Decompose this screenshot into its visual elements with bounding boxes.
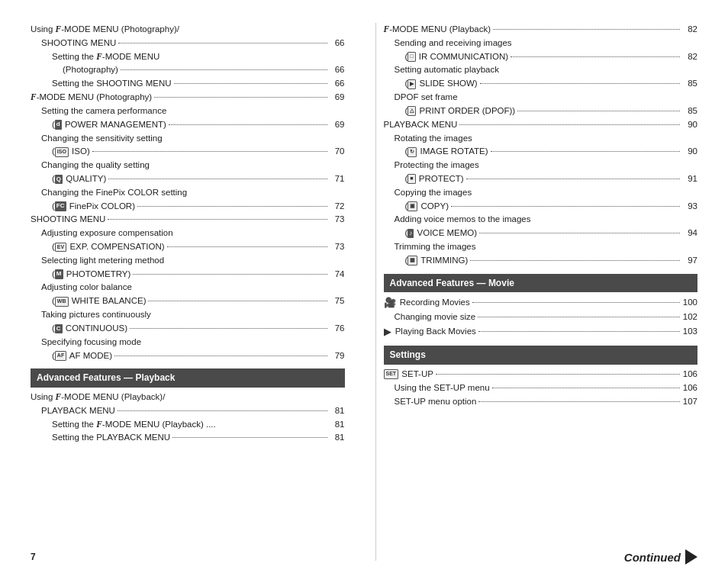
page-num: 66 [330, 37, 345, 50]
toc-label: ▶ Playing Back Movies [384, 324, 476, 339]
page-num: 73 [330, 240, 345, 254]
dot-leader [478, 401, 680, 402]
toc-finepix-label: Changing the FinePix COLOR setting [31, 186, 345, 200]
play-icon: ▶ [384, 324, 391, 339]
ir-icon: □ [407, 52, 415, 62]
page-num: 82 [682, 23, 697, 37]
dot-leader [517, 111, 680, 111]
toc-wb: (WB WHITE BALANCE) 75 [31, 294, 345, 308]
toc-copy: (▣ COPY) 93 [384, 200, 698, 214]
dot-leader [148, 301, 327, 301]
toc-protect: (■ PROTECT) 91 [384, 172, 698, 186]
page-num: 85 [682, 77, 697, 91]
toc-fmode-69: F-MODE MENU (Photography) 69 [31, 91, 345, 105]
page-num: 93 [682, 200, 697, 214]
page-num: 85 [682, 105, 697, 118]
toc-rotate: (↻ IMAGE ROTATE) 90 [384, 145, 698, 159]
section-header-settings: Settings [384, 346, 698, 365]
left-column: Using F-MODE MENU (Photography)/ SHOOTIN… [31, 23, 353, 561]
toc-label: (▶ SLIDE SHOW) [405, 77, 478, 91]
metering-icon: M [55, 269, 63, 278]
rotate-icon: ↻ [407, 147, 417, 157]
toc-label: (d POWER MANAGEMENT) [52, 118, 166, 132]
dot-leader [466, 179, 680, 179]
copy-icon: ▣ [407, 201, 417, 211]
toc-label: (M PHOTOMETRY) [52, 268, 130, 282]
dot-leader [479, 233, 680, 233]
section-header-playback: Advanced Features — Playback [31, 368, 345, 388]
toc-af: (AF AF MODE) 79 [31, 349, 345, 363]
page-num: 82 [682, 50, 697, 64]
continued-section: Continued [624, 549, 697, 565]
toc-quality: (Q QUALITY) 71 [31, 172, 345, 186]
toc-quality-label: Changing the quality setting [31, 159, 345, 172]
dot-leader [133, 274, 327, 275]
toc-trim: (▦ TRIMMING) 97 [384, 254, 698, 268]
page-num: 90 [682, 145, 697, 159]
dot-leader [451, 206, 680, 207]
toc-ir-comm: (□ IR COMMUNICATION) 82 [384, 50, 698, 64]
page-num: 90 [682, 118, 697, 132]
toc-movie-size: Changing movie size 102 [384, 311, 698, 324]
toc-label: (EV EXP. COMPENSATION) [52, 240, 165, 254]
toc-iso: (ISO ISO) 70 [31, 145, 345, 159]
page-number: 7 [31, 552, 36, 562]
toc-label: SHOOTING MENU [31, 213, 105, 227]
right-column: F-MODE MENU (Playback) 82 Sending and re… [375, 23, 698, 561]
toc-label: (▦ TRIMMING) [405, 254, 469, 268]
dot-leader [492, 388, 680, 388]
toc-label: Setting the PLAYBACK MENU [52, 431, 170, 445]
toc-setup-option-107: SET-UP menu option 107 [384, 395, 698, 409]
toc-exposure-label: Adjusting exposure compensation [31, 227, 345, 240]
continuous-icon: C [55, 324, 63, 333]
dot-leader [472, 302, 680, 303]
protect-icon: ■ [407, 174, 415, 184]
page-num: 70 [330, 145, 345, 159]
dot-leader [174, 83, 327, 84]
page: Using F-MODE MENU (Photography)/ SHOOTIN… [0, 0, 728, 576]
toc-shooting-73: SHOOTING MENU 73 [31, 213, 345, 227]
dot-leader [511, 56, 680, 57]
toc-setup-106: SET SET-UP 106 [384, 368, 698, 381]
toc-label: (FC FinePix COLOR) [52, 200, 135, 214]
toc-rotate-label: Rotating the images [384, 132, 698, 146]
dot-leader [118, 43, 327, 43]
page-num: 103 [682, 325, 697, 339]
toc-label: (■ PROTECT) [405, 172, 464, 186]
toc-label: Changing movie size [395, 311, 476, 324]
page-num: 73 [330, 213, 345, 227]
dot-leader [478, 317, 680, 317]
toc-continuous-label: Taking pictures continuously [31, 308, 345, 322]
toc-photography-66: (Photography) 66 [31, 63, 345, 77]
toc-playback-movies: ▶ Playing Back Movies 103 [384, 324, 698, 339]
dot-leader [169, 124, 327, 125]
toc-label: Setting the F-MODE MENU (Playback) .... [52, 418, 216, 432]
toc-label: (♪ VOICE MEMO) [405, 227, 478, 240]
toc-label: F-MODE MENU (Photography) [31, 91, 152, 105]
page-num: 107 [682, 395, 697, 409]
toc-label: Setting the SHOOTING MENU [52, 77, 172, 91]
toc-label: (AF AF MODE) [52, 349, 112, 363]
power-icon: d [55, 120, 62, 129]
toc-exposure: (EV EXP. COMPENSATION) 73 [31, 240, 345, 254]
toc-copy-label: Copying the images [384, 186, 698, 200]
toc-protect-label: Protecting the images [384, 159, 698, 172]
ev-icon: EV [55, 243, 66, 253]
dot-leader [491, 151, 680, 152]
toc-label: (□ IR COMMUNICATION) [405, 50, 509, 64]
finepix-icon: FC [55, 201, 66, 211]
toc-fmode-pb-82: F-MODE MENU (Playback) 82 [384, 23, 698, 37]
toc-shooting-66: Setting the SHOOTING MENU 66 [31, 77, 345, 91]
toc-setup-menu-106: Using the SET-UP menu 106 [384, 381, 698, 395]
dot-leader [167, 246, 327, 247]
wb-icon: WB [55, 297, 69, 307]
toc-continuous: (C CONTINUOUS) 76 [31, 322, 345, 336]
toc-label: PLAYBACK MENU [41, 404, 115, 418]
toc-shooting-menu-1: SHOOTING MENU 66 [31, 37, 345, 50]
dot-leader [108, 219, 327, 220]
toc-label: (ISO ISO) [52, 145, 90, 159]
dot-leader [154, 97, 327, 98]
page-num: 66 [330, 63, 345, 77]
page-num: 72 [330, 200, 345, 214]
dot-leader [121, 69, 327, 70]
